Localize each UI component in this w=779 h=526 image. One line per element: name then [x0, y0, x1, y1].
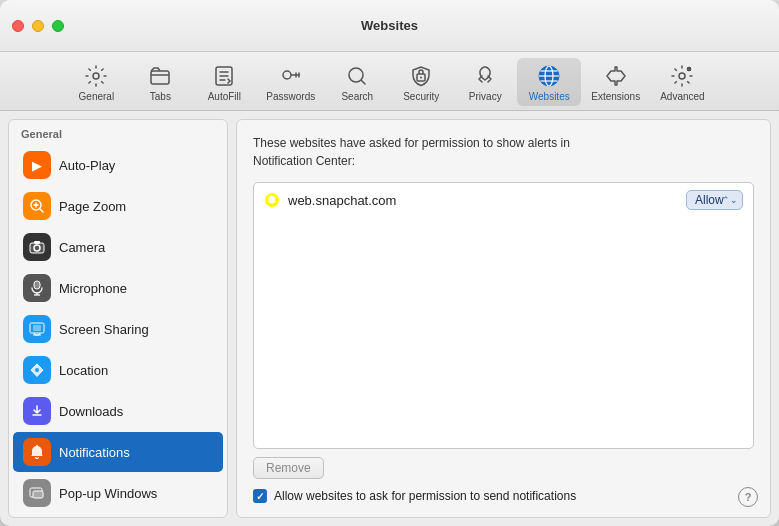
permission-select[interactable]: Allow Deny [686, 190, 743, 210]
tab-security-label: Security [403, 91, 439, 102]
svg-point-12 [679, 73, 685, 79]
sidebar: General ▶ Auto-Play Page Zoom [8, 119, 228, 518]
screensharing-label: Screen Sharing [59, 322, 149, 337]
tab-search[interactable]: Search [325, 58, 389, 106]
notifications-label: Notifications [59, 445, 130, 460]
search-icon [343, 62, 371, 90]
tab-tabs-label: Tabs [150, 91, 171, 102]
help-button[interactable]: ? [738, 487, 758, 507]
pagezoom-icon [23, 192, 51, 220]
sidebar-item-screensharing[interactable]: Screen Sharing [13, 309, 223, 349]
tab-advanced[interactable]: Advanced [650, 58, 714, 106]
website-domain: web.snapchat.com [288, 193, 686, 208]
tab-general-label: General [79, 91, 115, 102]
microphone-icon [23, 274, 51, 302]
panel-description: These websites have asked for permission… [253, 134, 754, 170]
tab-privacy[interactable]: Privacy [453, 58, 517, 106]
right-panel: These websites have asked for permission… [236, 119, 771, 518]
svg-point-24 [35, 368, 39, 372]
tab-websites-label: Websites [529, 91, 570, 102]
allow-notifications-label: Allow websites to ask for permission to … [274, 489, 576, 503]
general-icon [82, 62, 110, 90]
remove-button[interactable]: Remove [253, 457, 324, 479]
tabs-icon [146, 62, 174, 90]
svg-point-0 [93, 73, 99, 79]
main-content: General ▶ Auto-Play Page Zoom [0, 111, 779, 526]
sidebar-section-general: General [9, 120, 227, 144]
sidebar-item-autoplay[interactable]: ▶ Auto-Play [13, 145, 223, 185]
svg-rect-17 [34, 241, 40, 244]
tab-security[interactable]: Security [389, 58, 453, 106]
sidebar-item-microphone[interactable]: Microphone [13, 268, 223, 308]
svg-point-13 [686, 66, 692, 72]
downloads-icon [23, 397, 51, 425]
sidebar-item-notifications[interactable]: Notifications [13, 432, 223, 472]
tab-tabs[interactable]: Tabs [128, 58, 192, 106]
svg-point-6 [420, 77, 422, 79]
tab-autofill-label: AutoFill [208, 91, 241, 102]
passwords-icon [277, 62, 305, 90]
tab-privacy-label: Privacy [469, 91, 502, 102]
pagezoom-label: Page Zoom [59, 199, 126, 214]
svg-rect-22 [33, 325, 41, 331]
allow-notifications-checkbox[interactable] [253, 489, 267, 503]
sidebar-item-popupwindows[interactable]: Pop-up Windows [13, 473, 223, 513]
sidebar-item-location[interactable]: Location [13, 350, 223, 390]
sidebar-item-downloads[interactable]: Downloads [13, 391, 223, 431]
close-button[interactable] [12, 20, 24, 32]
tab-passwords-label: Passwords [266, 91, 315, 102]
autoplay-icon: ▶ [23, 151, 51, 179]
camera-icon [23, 233, 51, 261]
tab-advanced-label: Advanced [660, 91, 704, 102]
tab-extensions-label: Extensions [591, 91, 640, 102]
title-bar: Websites [0, 0, 779, 52]
website-row: web.snapchat.com Allow Deny [254, 183, 753, 217]
screensharing-icon [23, 315, 51, 343]
microphone-label: Microphone [59, 281, 127, 296]
notifications-icon [23, 438, 51, 466]
checkbox-row: Allow websites to ask for permission to … [253, 489, 754, 503]
autoplay-label: Auto-Play [59, 158, 115, 173]
safari-preferences-window: Websites General Tabs [0, 0, 779, 526]
svg-rect-29 [33, 491, 43, 498]
security-icon [407, 62, 435, 90]
advanced-icon [668, 62, 696, 90]
location-icon [23, 356, 51, 384]
svg-rect-1 [151, 71, 169, 84]
svg-point-4 [349, 68, 363, 82]
minimize-button[interactable] [32, 20, 44, 32]
tab-autofill[interactable]: AutoFill [192, 58, 256, 106]
sidebar-item-camera[interactable]: Camera [13, 227, 223, 267]
popupwindows-icon [23, 479, 51, 507]
window-title: Websites [361, 18, 418, 33]
sidebar-item-pagezoom[interactable]: Page Zoom [13, 186, 223, 226]
svg-point-27 [36, 445, 38, 447]
downloads-label: Downloads [59, 404, 123, 419]
svg-point-3 [283, 71, 291, 79]
privacy-icon [471, 62, 499, 90]
tab-search-label: Search [341, 91, 373, 102]
popupwindows-label: Pop-up Windows [59, 486, 157, 501]
extensions-icon [602, 62, 630, 90]
traffic-lights [12, 20, 64, 32]
toolbar: General Tabs AutoFill [0, 52, 779, 111]
autofill-icon [210, 62, 238, 90]
tab-general[interactable]: General [64, 58, 128, 106]
location-label: Location [59, 363, 108, 378]
svg-rect-18 [34, 281, 40, 289]
permission-select-wrapper[interactable]: Allow Deny [686, 190, 743, 210]
camera-label: Camera [59, 240, 105, 255]
websites-icon [535, 62, 563, 90]
tab-extensions[interactable]: Extensions [581, 58, 650, 106]
maximize-button[interactable] [52, 20, 64, 32]
tab-passwords[interactable]: Passwords [256, 58, 325, 106]
snapchat-favicon [264, 192, 280, 208]
website-list: web.snapchat.com Allow Deny [253, 182, 754, 449]
tab-websites[interactable]: Websites [517, 58, 581, 106]
